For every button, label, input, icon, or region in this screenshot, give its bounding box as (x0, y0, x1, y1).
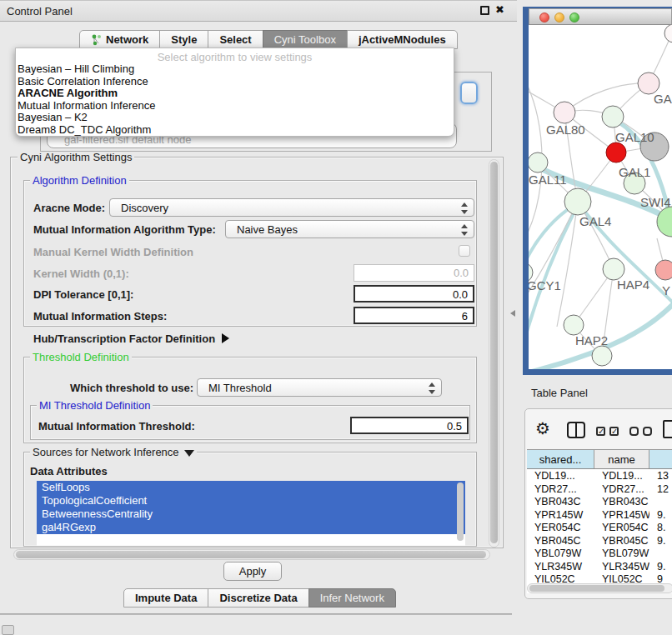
mi-threshold-input[interactable]: 0.5 (350, 417, 469, 434)
table-cell: YBR045C (594, 534, 649, 548)
unchecked-box-icon[interactable] (629, 427, 639, 436)
table-cell (649, 495, 672, 508)
manual-kernel-checkbox[interactable] (459, 245, 470, 257)
table-cell: 9. (649, 534, 672, 548)
mi-steps-label: Mutual Information Steps: (33, 310, 167, 322)
mac-minimize-icon[interactable] (554, 12, 564, 22)
tab-infer-network[interactable]: Infer Network (308, 588, 396, 608)
node-unlabeled[interactable] (664, 25, 672, 42)
cyni-algorithm-settings-title: Cyni Algorithm Settings (18, 151, 134, 163)
threshold-definition-title: Threshold Definition (30, 351, 132, 363)
dpi-tolerance-input[interactable]: 0.0 (354, 285, 474, 302)
table-cell: YER054C (527, 521, 594, 534)
kernel-width-input[interactable]: 0.0 (354, 264, 474, 282)
table-row[interactable]: YLR345WYLR345W9. (527, 560, 672, 573)
table-cell: YBL079W (527, 547, 594, 560)
kernel-width-label: Kernel Width (0,1): (33, 268, 129, 280)
aracne-mode-select[interactable]: Discovery (109, 198, 474, 217)
tab-select[interactable]: Select (208, 30, 263, 49)
node-GAL80[interactable] (554, 102, 575, 123)
mi-type-value: Naive Bayes (237, 223, 298, 236)
algorithm-option[interactable]: Basic Correlation Inference (16, 76, 454, 88)
tab-jactivemnodules[interactable]: jActiveMNodules (347, 30, 458, 49)
settings-vertical-scrollbar[interactable] (489, 159, 499, 548)
table-row[interactable]: YBR043CYBR043C (527, 495, 672, 508)
checked-box-icon[interactable]: ✓ (596, 427, 605, 436)
document-icon[interactable] (663, 420, 672, 438)
table-cell: YBL079W (594, 547, 649, 560)
table-row[interactable]: YPR145WYPR145W9. (527, 508, 672, 522)
column-header[interactable]: shared... (527, 450, 594, 468)
control-panel-tabbar: NetworkStyleSelectCyni ToolboxjActiveMNo… (79, 30, 458, 49)
table-row[interactable]: YBR045CYBR045C9. (527, 534, 672, 548)
table-row[interactable]: YDL19...YDL19...13 (527, 469, 672, 482)
checked-box-icon[interactable]: ✓ (609, 427, 619, 436)
close-panel-icon[interactable]: ✖ (495, 3, 504, 16)
sources-title[interactable]: Sources for Network Inference (30, 446, 197, 458)
mac-zoom-icon[interactable] (569, 12, 579, 22)
algorithm-option[interactable]: Mutual Information Inference (16, 100, 454, 112)
algorithm-option[interactable]: Bayesian – K2 (16, 112, 454, 124)
node-label-GAL: GAL (654, 92, 672, 106)
algorithm-definition-title: Algorithm Definition (30, 174, 129, 187)
settings-horizontal-scrollbar-thumb[interactable] (16, 551, 486, 558)
node-unlabeled[interactable] (592, 346, 612, 366)
splitter-collapse-icon[interactable] (510, 310, 515, 317)
node-label-GAL1: GAL1 (619, 165, 650, 179)
algorithm-option[interactable]: Dream8 DC_TDC Algorithm (16, 124, 454, 137)
mi-threshold-group-title: MI Threshold Definition (37, 399, 153, 412)
tab-label: Infer Network (320, 592, 384, 604)
node-label-HAP4: HAP4 (617, 278, 649, 292)
node-HAP2[interactable] (564, 315, 584, 335)
tab-discretize-data[interactable]: Discretize Data (208, 588, 308, 608)
split-columns-icon[interactable] (567, 422, 585, 438)
which-threshold-select[interactable]: MI Threshold (197, 378, 442, 397)
node-Y[interactable] (655, 260, 672, 280)
tab-impute-data[interactable]: Impute Data (123, 588, 208, 608)
mac-close-icon[interactable] (539, 12, 549, 22)
table-row[interactable]: YBL079WYBL079W (527, 547, 672, 560)
network-window-titlebar[interactable] (529, 8, 672, 25)
node-GAL10[interactable] (602, 106, 624, 128)
tab-network[interactable]: Network (79, 30, 160, 49)
mi-type-select[interactable]: Naive Bayes (225, 220, 474, 238)
table-cell: 13 (649, 469, 672, 482)
settings-horizontal-scrollbar[interactable] (13, 549, 490, 560)
attributes-scrollbar[interactable] (457, 482, 464, 541)
tab-cyni-toolbox[interactable]: Cyni Toolbox (263, 30, 348, 49)
collapse-down-icon (184, 450, 194, 457)
gear-icon[interactable]: ⚙ (535, 420, 550, 437)
attribute-item[interactable]: BetweennessCentrality (37, 508, 465, 521)
control-panel-title: Control Panel (7, 5, 73, 18)
data-attributes-list[interactable]: SelfLoopsTopologicalCoefficientBetweenne… (37, 481, 465, 546)
float-panel-icon[interactable] (480, 6, 489, 15)
column-header[interactable]: name (594, 450, 649, 468)
node-GAL1[interactable] (606, 142, 626, 162)
node-GAL4[interactable] (564, 188, 591, 215)
table-horizontal-scrollbar[interactable] (527, 583, 672, 593)
algorithm-option[interactable]: ARACNE Algorithm (16, 88, 454, 100)
mi-steps-input[interactable]: 6 (354, 307, 474, 324)
unchecked-box-icon[interactable] (643, 427, 652, 436)
table-horizontal-scrollbar-thumb[interactable] (529, 585, 664, 592)
tab-label: Impute Data (135, 592, 197, 604)
attribute-item[interactable]: gal4RGexp (37, 521, 465, 534)
settings-vertical-scrollbar-thumb[interactable] (490, 162, 498, 543)
apply-button[interactable]: Apply (223, 562, 282, 581)
tab-style[interactable]: Style (159, 30, 208, 49)
table-cell: YER054C (594, 521, 649, 534)
attribute-item[interactable]: SelfLoops (37, 481, 465, 494)
focused-button-fragment[interactable] (460, 82, 478, 104)
column-header[interactable] (649, 450, 672, 468)
attribute-item[interactable]: TopologicalCoefficient (37, 494, 465, 508)
network-canvas[interactable]: GALGAL80GAL10GAL1GAL11SWI4GAL4GCY1HAP4YH… (529, 25, 672, 369)
select-arrows-icon (429, 382, 435, 394)
algorithm-option[interactable]: Bayesian – Hill Climbing (16, 63, 454, 76)
table-row[interactable]: YDR27...YDR27...12 (527, 482, 672, 496)
hub-definition-toggle[interactable]: Hub/Transcription Factor Definition (33, 332, 229, 345)
table-row[interactable]: YER054CYER054C8. (527, 521, 672, 534)
table-cell: YDL19... (594, 469, 649, 482)
aracne-mode-label: Aracne Mode: (33, 202, 105, 214)
bottom-corner-icon[interactable] (2, 625, 14, 635)
node-GAL11[interactable] (529, 152, 548, 172)
